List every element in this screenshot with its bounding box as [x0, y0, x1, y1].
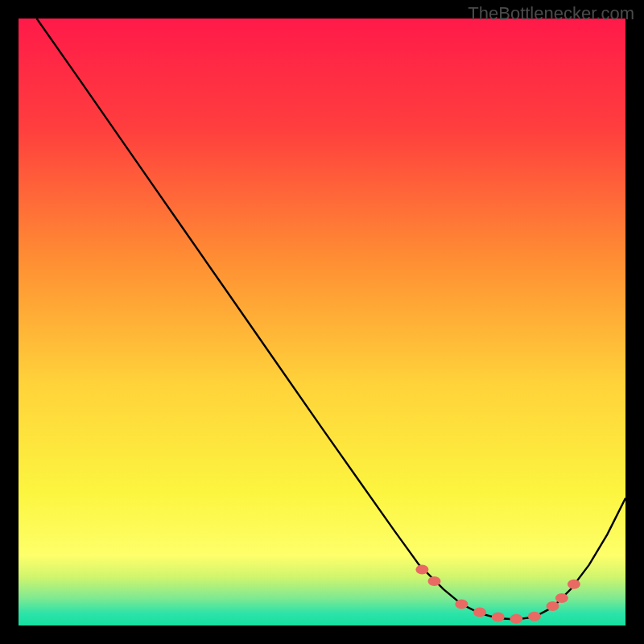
heat-background: [19, 19, 625, 625]
marker-dot: [492, 612, 505, 621]
marker-dot: [510, 614, 522, 624]
watermark-text: TheBottlenecker.com: [468, 3, 634, 24]
marker-dot: [428, 576, 441, 586]
marker-dot: [415, 565, 428, 575]
marker-dot: [455, 600, 468, 609]
marker-dot: [528, 612, 541, 621]
marker-dot: [568, 580, 580, 589]
plot-area: [19, 19, 625, 625]
marker-dot: [555, 593, 568, 603]
marker-dot: [473, 607, 486, 617]
chart-svg: [19, 19, 625, 625]
marker-dot: [547, 601, 559, 611]
